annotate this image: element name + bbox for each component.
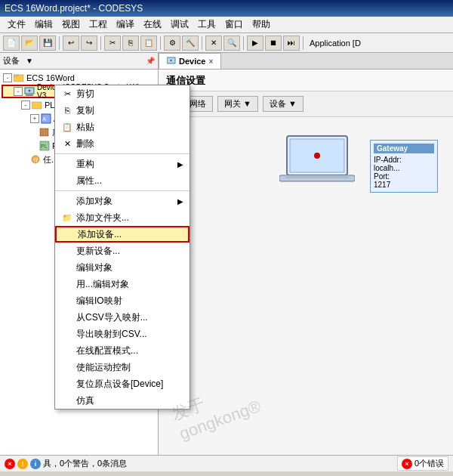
ctx-copy[interactable]: ⎘ 复制 [55,102,190,119]
run-button[interactable]: ▶ [247,36,263,51]
tree-root-label: ECS 16Word [26,73,75,82]
tree-expand-root[interactable]: - [3,73,12,82]
gateway-ip: IP-Addr: [374,156,434,164]
ctx-edit-object-label: 编辑对象 [76,261,112,274]
ctx-delete[interactable]: ✕ 删除 [55,135,190,152]
ctx-cut-label: 剪切 [76,88,94,100]
gateway-ip-value: localh... [374,164,434,172]
tree-expand-plc[interactable]: - [21,100,30,110]
toolbar: 📄 📂 💾 ↩ ↪ ✂ ⎘ 📋 ⚙ 🔨 ✕ 🔍 ▶ ⏹ ⏭ Applicatio… [0,33,453,53]
menu-compile[interactable]: 编译 [112,17,139,32]
tree-expand-app[interactable]: + [30,114,39,123]
stop-button[interactable]: ⏹ [265,36,282,51]
ctx-paste-label: 粘贴 [76,121,94,134]
ctx-add-object[interactable]: 添加对象 ▶ [55,193,190,209]
ctx-refactor[interactable]: 重构 ▶ [55,156,190,172]
search-button[interactable]: 🔍 [223,36,240,51]
tab-device[interactable]: Device × [159,53,221,69]
delete-button[interactable]: ✕ [205,36,222,51]
redo-button[interactable]: ↪ [81,36,97,51]
new-button[interactable]: 📄 [3,36,20,51]
ctx-export-csv[interactable]: 导出映射到CSV... [55,326,190,342]
open-button[interactable]: 📂 [21,36,38,51]
menu-file[interactable]: 文件 [3,17,30,32]
gateway-port-value: 1217 [374,181,434,189]
ctx-edit-io[interactable]: 编辑IO映射 [55,292,190,309]
gateway-dropdown-icon[interactable]: ▼ [243,99,251,108]
save-button[interactable]: 💾 [39,36,56,51]
ctx-import-csv-label: 从CSV导入映射... [76,311,148,324]
ctx-enable-motion[interactable]: 使能运动控制 [55,359,190,376]
error-count-area: × 0个错误 [397,456,448,471]
toolbar-sep-6 [303,36,304,50]
menu-tools[interactable]: 工具 [193,17,220,32]
ctx-edit-with-label: 用...编辑对象 [76,278,129,291]
menu-debug[interactable]: 调试 [166,17,193,32]
ctx-properties-label: 属性... [76,175,102,187]
device-btn-label: 设备 [270,99,286,108]
paste-button[interactable]: 📋 [140,36,157,51]
svg-rect-8 [40,128,44,136]
device-tab-icon [167,57,176,66]
ctx-export-csv-label: 导出映射到CSV... [76,328,147,341]
delete-ctx-icon: ✕ [61,139,73,149]
ctx-sep-2 [55,190,190,191]
device-dropdown-icon[interactable]: ▼ [288,99,297,108]
ctx-enable-motion-label: 使能运动控制 [76,361,131,374]
panel-pin-icon[interactable]: 📌 [146,57,155,65]
ctx-properties[interactable]: 属性... [55,172,190,189]
svg-rect-20 [285,175,349,178]
folder-icon [14,73,24,83]
menu-window[interactable]: 窗口 [220,17,248,32]
tree-expand-device[interactable]: - [14,87,23,96]
build2-button[interactable]: 🔨 [182,36,199,51]
undo-button[interactable]: ↩ [63,36,79,51]
paste-icon: 📋 [61,122,73,132]
device-section-header: 通信设置 [159,70,453,91]
warning-status-icon: ! [17,459,28,469]
error-count-label: 0个错误 [414,458,444,469]
task-icon: 任 [30,154,41,165]
error-badge: × 0个错误 [397,456,448,471]
ctx-reset-origin[interactable]: 复位原点设备[Device] [55,376,190,392]
ctx-paste[interactable]: 📋 粘贴 [55,119,190,135]
laptop-icon [279,132,355,189]
status-message: 具，0个警告，0条消息 [43,458,127,469]
ctx-edit-object[interactable]: 编辑对象 [55,259,190,276]
device-btn[interactable]: 设备 ▼ [263,96,304,112]
gateway-button[interactable]: 网关 ▼ [217,96,258,112]
main-area: 设备 ▼ 📌 - ECS 16Word - [0,53,453,455]
svg-point-18 [314,153,320,159]
menu-project[interactable]: 工程 [85,17,112,32]
menu-edit[interactable]: 编辑 [30,17,57,32]
ctx-import-csv[interactable]: 从CSV导入映射... [55,309,190,326]
ctx-update-device[interactable]: 更新设备... [55,243,190,259]
app-icon: A [41,113,51,124]
status-message-area: × ! i 具，0个警告，0条消息 [5,458,127,469]
ctx-copy-label: 复制 [76,104,94,117]
ctx-online-config[interactable]: 在线配置模式... [55,342,190,359]
left-panel: 设备 ▼ 📌 - ECS 16Word - [0,53,159,455]
menu-view[interactable]: 视图 [57,17,85,32]
ctx-add-device[interactable]: 添加设备... [55,226,190,243]
error-status-icon: × [5,459,15,469]
ctx-edit-with[interactable]: 用...编辑对象 [55,276,190,292]
svg-rect-5 [32,102,42,109]
ctx-cut[interactable]: ✂ 剪切 [55,85,190,102]
step-button[interactable]: ⏭ [283,36,300,51]
menu-online[interactable]: 在线 [139,17,166,32]
ctx-add-folder[interactable]: 📁 添加文件夹... [55,209,190,226]
build-button[interactable]: ⚙ [164,36,180,51]
ctx-update-device-label: 更新设备... [76,245,120,258]
menu-bar: 文件 编辑 视图 工程 编译 在线 调试 工具 窗口 帮助 [0,17,453,33]
copy-button[interactable]: ⎘ [122,36,139,51]
cut-button[interactable]: ✂ [104,36,121,51]
ctx-edit-io-label: 编辑IO映射 [76,295,122,308]
ctx-add-object-label: 添加对象 [76,195,112,208]
toolbar-sep-5 [243,36,244,50]
add-object-arrow-icon: ▶ [177,197,183,206]
toolbar-sep-1 [59,36,60,50]
ctx-simulation[interactable]: 仿真 [55,392,190,409]
tab-close-icon[interactable]: × [208,57,213,66]
menu-help[interactable]: 帮助 [248,17,275,32]
